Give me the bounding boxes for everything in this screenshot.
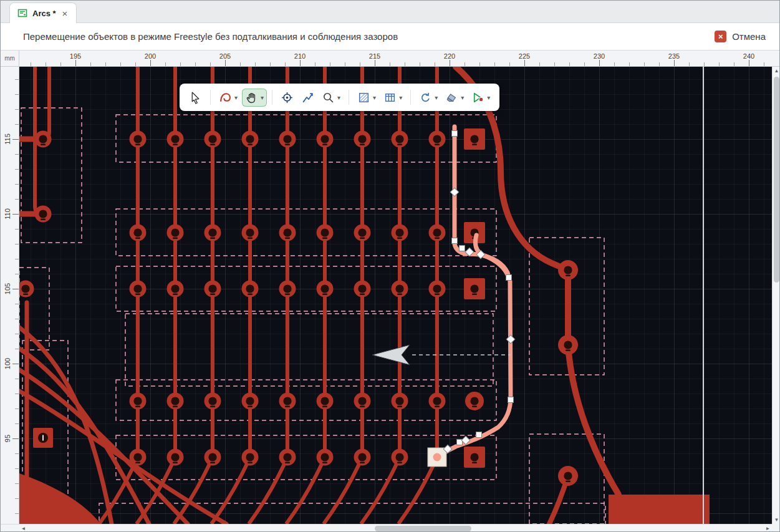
pad[interactable]	[354, 131, 371, 148]
pad[interactable]	[558, 466, 578, 486]
pad[interactable]	[279, 281, 296, 297]
pad[interactable]	[242, 225, 259, 241]
pad[interactable]	[279, 449, 296, 466]
selection-handle[interactable]	[508, 397, 514, 403]
select-button[interactable]	[186, 89, 205, 107]
pad[interactable]	[167, 225, 184, 241]
pad[interactable]	[558, 260, 578, 280]
scroll-down-icon[interactable]: ▼	[773, 516, 780, 524]
pad[interactable]	[167, 131, 184, 148]
pad[interactable]	[205, 131, 221, 148]
pad[interactable]	[279, 131, 296, 148]
pad[interactable]	[167, 449, 184, 466]
scroll-left-icon[interactable]: ◄	[19, 525, 27, 532]
pad[interactable]	[205, 225, 221, 241]
pad[interactable]	[429, 393, 446, 410]
pad[interactable]	[354, 225, 371, 241]
pad[interactable]	[317, 393, 334, 410]
selected-pad[interactable]	[428, 448, 446, 467]
horizontal-scrollbar[interactable]: ◄ ►	[19, 524, 772, 532]
pad[interactable]	[130, 225, 147, 241]
chevron-down-icon[interactable]: ▾	[373, 94, 376, 101]
pad[interactable]	[392, 131, 408, 148]
pad[interactable]	[19, 281, 34, 297]
pad[interactable]	[392, 281, 408, 297]
chevron-down-icon[interactable]: ▾	[487, 94, 490, 101]
pad[interactable]	[167, 281, 184, 297]
pad[interactable]	[242, 281, 259, 297]
pcb-canvas[interactable]: ▾▾▾▾▾▾▾▾	[19, 67, 772, 524]
pad[interactable]	[464, 128, 485, 150]
chevron-down-icon[interactable]: ▾	[461, 94, 464, 101]
chevron-down-icon[interactable]: ▾	[261, 94, 264, 101]
trace[interactable]	[286, 457, 325, 524]
pad[interactable]	[130, 281, 147, 297]
chevron-down-icon[interactable]: ▾	[399, 94, 402, 101]
pad[interactable]	[130, 131, 147, 148]
polygon-fill-button[interactable]: ▾	[354, 89, 379, 107]
selection-handle[interactable]	[460, 246, 465, 251]
pad[interactable]	[33, 428, 53, 448]
pad[interactable]	[354, 281, 371, 297]
selection-handle[interactable]	[476, 432, 482, 438]
selection-handle[interactable]	[452, 131, 458, 137]
pad[interactable]	[392, 393, 408, 410]
pad[interactable]	[35, 131, 52, 148]
horizontal-scroll-thumb[interactable]	[375, 526, 471, 531]
run-check-button[interactable]: ▾	[468, 89, 493, 107]
trace[interactable]	[43, 67, 49, 139]
pad[interactable]	[392, 449, 408, 466]
pad[interactable]	[558, 335, 578, 355]
pad[interactable]	[205, 449, 221, 466]
chevron-down-icon[interactable]: ▾	[337, 94, 340, 101]
autoroute-button[interactable]	[298, 89, 317, 107]
zoom-button[interactable]: ▾	[319, 89, 344, 107]
conductor-button[interactable]: ▾	[216, 89, 241, 107]
pad[interactable]	[205, 393, 221, 410]
eraser-button[interactable]: ▾	[442, 89, 467, 107]
pad[interactable]	[35, 206, 52, 223]
pad[interactable]	[429, 131, 446, 148]
pad[interactable]	[317, 131, 334, 148]
pad[interactable]	[167, 393, 184, 410]
pad[interactable]	[354, 449, 371, 466]
selection-handle-diamond[interactable]	[506, 335, 515, 344]
pad[interactable]	[392, 225, 408, 241]
vertical-scroll-thumb[interactable]	[774, 77, 779, 283]
scroll-right-icon[interactable]: ►	[764, 525, 772, 532]
trace[interactable]	[324, 457, 362, 524]
pad[interactable]	[279, 393, 296, 410]
selection-handle[interactable]	[452, 238, 458, 244]
trace[interactable]	[249, 457, 287, 524]
pad[interactable]	[317, 281, 334, 297]
pad[interactable]	[429, 281, 446, 297]
selection-handle-diamond[interactable]	[450, 188, 459, 196]
pad[interactable]	[317, 225, 334, 241]
pad[interactable]	[279, 225, 296, 241]
mesh-grid-button[interactable]: ▾	[380, 89, 405, 107]
pad[interactable]	[242, 393, 259, 410]
scroll-up-icon[interactable]: ▲	[773, 67, 780, 75]
close-icon[interactable]: ×	[61, 9, 69, 18]
pad[interactable]	[354, 393, 371, 410]
pad[interactable]	[465, 392, 484, 410]
pad[interactable]	[464, 278, 485, 299]
pad[interactable]	[242, 131, 259, 148]
pad[interactable]	[205, 281, 221, 297]
origin-button[interactable]	[277, 89, 297, 107]
selection-handle[interactable]	[506, 275, 512, 281]
pad[interactable]	[130, 449, 147, 466]
pad[interactable]	[464, 447, 485, 468]
cancel-button[interactable]: × Отмена	[715, 31, 766, 42]
trace[interactable]	[361, 457, 400, 524]
pad[interactable]	[317, 449, 334, 466]
chevron-down-icon[interactable]: ▾	[234, 94, 238, 101]
pad[interactable]	[429, 225, 446, 241]
trace[interactable]	[398, 457, 437, 524]
refresh-button[interactable]: ▾	[416, 89, 441, 107]
pad[interactable]	[130, 393, 147, 410]
vertical-scrollbar[interactable]: ▲ ▼	[772, 67, 780, 524]
tab-arcs[interactable]: Arcs * ×	[9, 2, 77, 23]
pan-hand-button[interactable]: ▾	[242, 89, 267, 107]
pad[interactable]	[242, 449, 259, 466]
